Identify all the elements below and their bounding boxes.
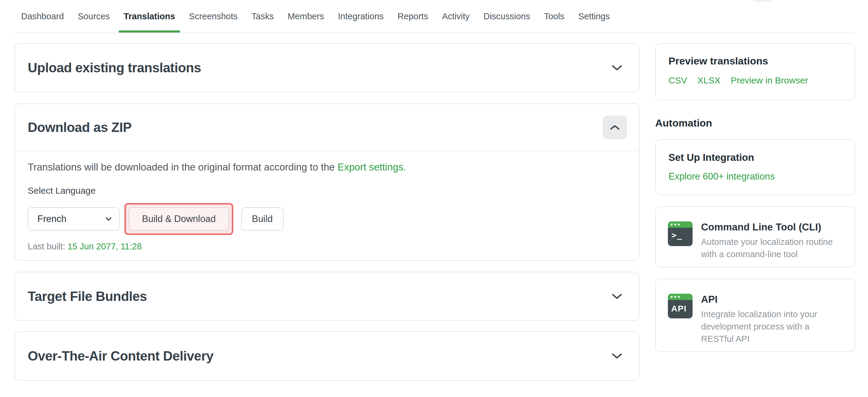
- build-controls-row: French Build & Download Build: [28, 203, 626, 235]
- project-tab-bar: Dashboard Sources Translations Screensho…: [14, 0, 854, 33]
- tab-settings[interactable]: Settings: [578, 0, 610, 33]
- last-built-status: Last built:15 Jun 2077, 11:28: [28, 241, 626, 252]
- terminal-window-icon: >_: [668, 221, 692, 246]
- page: Dashboard Sources Translations Screensho…: [0, 0, 868, 397]
- select-language-label: Select Language: [28, 186, 626, 196]
- download-card-body: Translations will be downloaded in the o…: [15, 151, 639, 252]
- tab-screenshots[interactable]: Screenshots: [189, 0, 238, 33]
- api-card[interactable]: API API Integrate localization into your…: [655, 278, 855, 352]
- main-column: Upload existing translations Download as…: [14, 43, 640, 381]
- tab-tasks[interactable]: Tasks: [251, 0, 274, 33]
- window-dots-icon: [671, 224, 680, 226]
- api-window-icon: API: [668, 294, 692, 319]
- chevron-down-icon[interactable]: [612, 293, 622, 299]
- export-settings-link[interactable]: Export settings.: [338, 161, 406, 173]
- tab-list: Dashboard Sources Translations Screensho…: [14, 0, 854, 33]
- download-as-zip-card: Download as ZIP Translations will be dow…: [14, 103, 640, 261]
- download-card-header[interactable]: Download as ZIP: [15, 104, 639, 151]
- last-built-label: Last built:: [28, 241, 65, 251]
- tab-activity[interactable]: Activity: [442, 0, 470, 33]
- setup-card-title: Set Up Integration: [669, 152, 842, 163]
- xlsx-link[interactable]: XLSX: [698, 75, 721, 86]
- tab-tools[interactable]: Tools: [544, 0, 564, 33]
- bundles-card-title: Target File Bundles: [28, 289, 147, 304]
- language-select-value: French: [37, 213, 66, 224]
- cli-card[interactable]: >_ Command Line Tool (CLI) Automate your…: [655, 206, 855, 267]
- tab-translations[interactable]: Translations: [124, 0, 175, 33]
- chevron-down-icon[interactable]: [612, 65, 622, 71]
- csv-link[interactable]: CSV: [669, 75, 687, 86]
- upload-card-title: Upload existing translations: [28, 60, 201, 75]
- set-up-integration-card: Set Up Integration Explore 600+ integrat…: [655, 139, 855, 195]
- tab-integrations[interactable]: Integrations: [338, 0, 384, 33]
- upload-existing-translations-card[interactable]: Upload existing translations: [14, 43, 640, 93]
- target-file-bundles-card[interactable]: Target File Bundles: [14, 272, 640, 321]
- tab-sources[interactable]: Sources: [78, 0, 110, 33]
- over-the-air-card[interactable]: Over-The-Air Content Delivery: [14, 331, 640, 381]
- cli-card-title: Command Line Tool (CLI): [701, 221, 844, 233]
- download-description: Translations will be downloaded in the o…: [28, 161, 626, 173]
- download-description-text: Translations will be downloaded in the o…: [28, 161, 338, 173]
- build-button[interactable]: Build: [241, 207, 284, 231]
- download-card-title: Download as ZIP: [28, 120, 132, 135]
- red-annotation-highlight: Build & Download: [124, 203, 233, 235]
- tab-discussions[interactable]: Discussions: [484, 0, 530, 33]
- chevron-down-icon: [105, 217, 112, 221]
- api-card-description: Integrate localization into your develop…: [701, 308, 844, 345]
- last-built-value: 15 Jun 2077, 11:28: [67, 241, 142, 251]
- api-glyph: API: [671, 304, 687, 313]
- explore-integrations-link[interactable]: Explore 600+ integrations: [669, 171, 775, 182]
- cli-card-info: Command Line Tool (CLI) Automate your lo…: [701, 221, 844, 267]
- chevron-up-icon: [610, 125, 620, 130]
- tab-members[interactable]: Members: [287, 0, 324, 33]
- build-and-download-button[interactable]: Build & Download: [129, 207, 229, 231]
- cli-card-description: Automate your localization routine with …: [701, 236, 844, 261]
- tab-reports[interactable]: Reports: [398, 0, 428, 33]
- preview-translations-card: Preview translations CSV XLSX Preview in…: [655, 43, 855, 100]
- api-titlebar: [668, 294, 692, 300]
- tab-dashboard[interactable]: Dashboard: [21, 0, 64, 33]
- chevron-down-icon[interactable]: [612, 353, 622, 359]
- preview-in-browser-link[interactable]: Preview in Browser: [731, 75, 808, 86]
- collapse-button[interactable]: [603, 116, 627, 139]
- window-dots-icon: [671, 296, 680, 298]
- ota-card-title: Over-The-Air Content Delivery: [28, 349, 213, 364]
- terminal-prompt-glyph: >_: [672, 230, 683, 240]
- api-card-info: API Integrate localization into your dev…: [701, 294, 844, 351]
- preview-links-row: CSV XLSX Preview in Browser: [669, 75, 842, 86]
- automation-heading: Automation: [655, 117, 855, 129]
- preview-card-title: Preview translations: [669, 55, 842, 67]
- terminal-titlebar: [668, 221, 692, 228]
- api-card-title: API: [701, 294, 844, 305]
- sidebar: Preview translations CSV XLSX Preview in…: [655, 43, 855, 352]
- language-select[interactable]: French: [28, 207, 120, 231]
